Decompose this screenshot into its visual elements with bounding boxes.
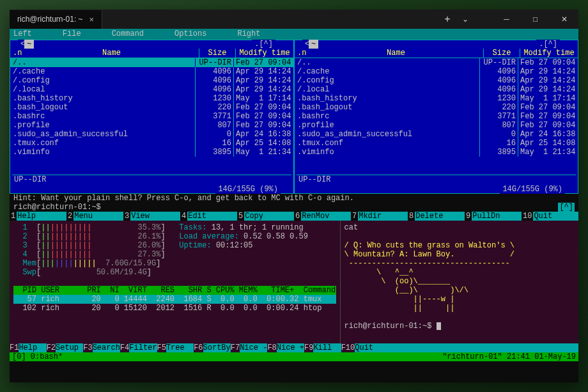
mc-fkey-edit[interactable]: 4Edit: [180, 212, 237, 221]
mc-caret-icon[interactable]: [^]: [558, 203, 575, 212]
file-row[interactable]: .profile 807 Feb 27 09:04: [10, 121, 293, 130]
mc-fkey-mkdir[interactable]: 7Mkdir: [351, 212, 408, 221]
file-row[interactable]: .bash_history 1230 May 1 17:14: [10, 94, 293, 103]
tmux-split: 1 [||||||||||| 35.3%] Tasks: 13, 1 thr; …: [10, 221, 578, 343]
terminal-content: Left File Command Options Right <- ~ .[^…: [10, 29, 578, 382]
maximize-button[interactable]: □: [521, 10, 550, 29]
mc-fkey-view[interactable]: 3View: [123, 212, 180, 221]
cat-prompt: rich@richturn-01:~$: [344, 322, 575, 331]
mc-prompt[interactable]: rich@richturn-01:~$: [13, 203, 101, 212]
file-row[interactable]: /.. UP--DIR Feb 27 09:04: [10, 58, 293, 67]
mc-menubar: Left File Command Options Right: [10, 29, 578, 40]
htop-fkey[interactable]: F1Help: [10, 343, 47, 352]
htop-cpu-row: 3 [||||||||||| 26.0%] Uptime: 00:12:05: [13, 241, 336, 250]
panel-cwd[interactable]: ~: [309, 40, 318, 49]
mc-hint: Hint: Want your plain shell? Press C-o, …: [10, 194, 578, 203]
file-row[interactable]: .bash_logout 220 Feb 27 09:04: [295, 103, 578, 112]
col-modify: Modify time: [520, 49, 578, 58]
close-tab-icon[interactable]: ×: [89, 15, 95, 24]
htop-fkey[interactable]: F7Nice -: [231, 343, 268, 352]
mc-fkey-quit[interactable]: 10Quit: [522, 212, 578, 221]
panel-sort-indicator[interactable]: .[^]: [536, 40, 560, 49]
mc-left-panel[interactable]: <- ~ .[^] .n Name Size Modify time /.. U…: [10, 40, 294, 194]
file-row[interactable]: /.. UP--DIR Feb 27 09:04: [295, 58, 578, 67]
htop-cpu-row: 2 [||||||||||| 26.1%] Load average: 0.52…: [13, 232, 336, 241]
col-name: Name: [24, 49, 199, 58]
new-tab-button[interactable]: +: [438, 10, 457, 29]
htop-mem-row: Mem[|||||||||||| 7.60G/15.9G]: [13, 259, 336, 268]
panel-disk-usage: 14G/155G (9%): [500, 185, 565, 194]
cowsay-line: ||----w |: [344, 295, 575, 304]
mc-fkey-pulldn[interactable]: 9PullDn: [465, 212, 522, 221]
mc-menu-right[interactable]: Right: [237, 29, 260, 39]
file-row[interactable]: .sudo_as_admin_successful 0 Apr 24 16:38: [10, 130, 293, 139]
panel-status: UP--DIR: [12, 175, 291, 184]
htop-proc-row[interactable]: 57 rich 20 0 14444 2240 1684 S 0.0 0.0 0…: [13, 295, 336, 304]
htop-fkey-bar: F1Help F2Setup F3SearchF4FilterF5Tree F6…: [10, 343, 578, 352]
file-row[interactable]: .bash_logout 220 Feb 27 09:04: [10, 103, 293, 112]
file-row[interactable]: .tmux.conf 16 Apr 25 14:08: [10, 139, 293, 148]
htop-fkey[interactable]: F9Kill: [304, 343, 341, 352]
col-n: .n: [10, 49, 24, 58]
htop-fkey[interactable]: F10Quit: [341, 343, 373, 352]
cowsay-line: \ ^__^: [344, 268, 575, 277]
file-row[interactable]: .bashrc 3771 Feb 27 09:04: [10, 112, 293, 121]
mc-fkey-delete[interactable]: 8Delete: [408, 212, 465, 221]
col-name: Name: [309, 49, 483, 58]
mc-right-panel[interactable]: <- ~ .[^] .n Name Size Modify time /.. U…: [294, 40, 578, 194]
tmux-right-status: "richturn-01" 21:41 01-May-19: [442, 352, 576, 361]
file-row[interactable]: /.config 4096 Apr 29 14:24: [295, 76, 578, 85]
cowsay-line: \ (oo)\_______: [344, 277, 575, 286]
terminal-window: rich@richturn-01: ~ × + ⌄ ─ □ ✕ Left Fil…: [10, 10, 578, 382]
htop-proc-row[interactable]: 102 rich 20 0 15120 2012 1516 R 0.0 0.0 …: [13, 304, 336, 313]
htop-fkey[interactable]: F4Filter: [120, 343, 157, 352]
close-window-button[interactable]: ✕: [550, 10, 578, 29]
file-row[interactable]: .sudo_as_admin_successful 0 Apr 24 16:38: [295, 130, 578, 139]
col-n: .n: [295, 49, 309, 58]
minimize-button[interactable]: ─: [492, 10, 521, 29]
htop-fkey[interactable]: F5Tree: [157, 343, 194, 352]
file-row[interactable]: .viminfo 3895 May 1 21:34: [10, 148, 293, 157]
htop-swp-row: Swp[ 50.6M/19.4G]: [13, 268, 336, 277]
file-row[interactable]: .viminfo 3895 May 1 21:34: [295, 148, 578, 157]
file-row[interactable]: .bash_history 1230 May 1 17:14: [295, 94, 578, 103]
file-row[interactable]: /.local 4096 Apr 29 14:24: [10, 85, 293, 94]
panel-sort-indicator[interactable]: .[^]: [252, 40, 275, 49]
mc-menu-options[interactable]: Options: [174, 29, 206, 39]
htop-pane[interactable]: 1 [||||||||||| 35.3%] Tasks: 13, 1 thr; …: [10, 221, 340, 343]
mc-menu-left[interactable]: Left: [13, 29, 32, 39]
file-row[interactable]: /.local 4096 Apr 29 14:24: [295, 85, 578, 94]
file-row[interactable]: .bashrc 3771 Feb 27 09:04: [295, 112, 578, 121]
cowsay-line: (__)\ )\/\: [344, 286, 575, 295]
mc-fkey-copy[interactable]: 5Copy: [237, 212, 294, 221]
mc-menu-command[interactable]: Command: [112, 29, 144, 39]
htop-cpu-row: 1 [||||||||||| 35.3%] Tasks: 13, 1 thr; …: [13, 223, 336, 232]
cowsay-pane[interactable]: cat / Q: Who cuts the grass on Walton's …: [340, 221, 578, 343]
mc-fkey-menu[interactable]: 2Menu: [66, 212, 123, 221]
tmux-left-status[interactable]: [0] 0:bash*: [12, 352, 63, 361]
htop-fkey[interactable]: F3Search: [83, 343, 120, 352]
col-size: Size: [199, 49, 235, 58]
htop-fkey[interactable]: F8Nice +: [267, 343, 304, 352]
tmux-status-bar: [0] 0:bash* "richturn-01" 21:41 01-May-1…: [10, 352, 578, 361]
cat-command: cat: [344, 223, 575, 232]
file-row[interactable]: .profile 807 Feb 27 09:04: [295, 121, 578, 130]
mc-fkey-renmov[interactable]: 6RenMov: [294, 212, 351, 221]
htop-fkey[interactable]: F6SortBy: [194, 343, 231, 352]
file-row[interactable]: /.config 4096 Apr 29 14:24: [10, 76, 293, 85]
file-row[interactable]: .tmux.conf 16 Apr 25 14:08: [295, 139, 578, 148]
tab-dropdown-button[interactable]: ⌄: [457, 10, 473, 29]
file-row[interactable]: /.cache 4096 Apr 29 14:24: [295, 67, 578, 76]
htop-proc-header[interactable]: PID USER PRI NI VIRT RES SHR S CPU% MEM%…: [13, 286, 336, 295]
mc-fkey-help[interactable]: 1Help: [10, 212, 66, 221]
panel-cwd[interactable]: ~: [24, 40, 34, 49]
mc-menu-file[interactable]: File: [63, 29, 81, 39]
col-size: Size: [483, 49, 520, 58]
htop-fkey[interactable]: F2Setup: [47, 343, 84, 352]
titlebar: rich@richturn-01: ~ × + ⌄ ─ □ ✕: [10, 10, 578, 29]
panel-column-headers: .n Name Size Modify time: [10, 40, 293, 58]
file-row[interactable]: /.cache 4096 Apr 29 14:24: [10, 67, 293, 76]
terminal-tab[interactable]: rich@richturn-01: ~ ×: [10, 10, 102, 29]
cowsay-line: || ||: [344, 304, 575, 313]
cowsay-line: / Q: Who cuts the grass on Walton's \: [344, 241, 575, 250]
